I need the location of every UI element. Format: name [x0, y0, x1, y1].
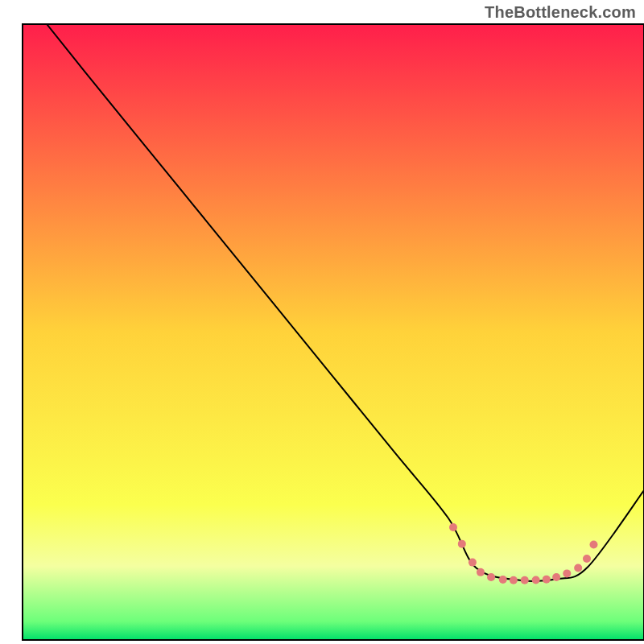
marker-dot [487, 573, 495, 581]
chart-svg [0, 0, 644, 644]
marker-dot [458, 540, 466, 548]
gradient-background [23, 24, 644, 640]
chart-container: TheBottleneck.com [0, 0, 644, 644]
marker-dot [543, 576, 551, 584]
marker-dot [510, 576, 518, 584]
marker-dot [521, 576, 529, 584]
marker-dot [589, 540, 597, 548]
marker-dot [574, 564, 582, 572]
marker-dot [469, 559, 477, 567]
marker-dot [499, 576, 507, 584]
marker-dot [477, 568, 485, 576]
marker-dot [449, 523, 457, 531]
marker-dot [583, 555, 591, 563]
marker-dot [563, 569, 571, 577]
watermark-text: TheBottleneck.com [485, 3, 636, 22]
marker-dot [552, 573, 560, 581]
marker-dot [532, 576, 540, 584]
